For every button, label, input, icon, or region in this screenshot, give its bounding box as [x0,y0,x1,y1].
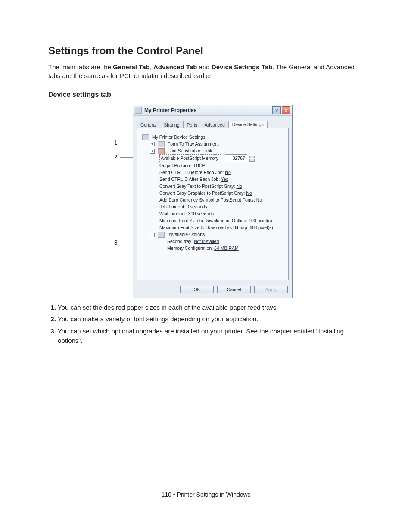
tab-general[interactable]: General [137,121,160,128]
min-font-value[interactable]: 100 pixel(s) [249,218,272,223]
ctrl-d-after-value[interactable]: Yes [221,177,228,182]
ok-button[interactable]: OK [180,286,214,293]
printer-properties-dialog: My Printer Properties ? × General Sharin… [133,105,293,298]
tray-icon [158,141,165,147]
step-2: You can make a variety of font settings … [58,314,364,324]
second-tray-label: Second tray: [167,239,194,244]
help-button[interactable]: ? [272,106,281,114]
gray-text-label: Convert Gray Text to PostScript Gray: [159,184,236,189]
tree-max-font-bitmap[interactable]: Maximum Font Size to Download as Bitmap:… [140,224,285,231]
tab-advanced[interactable]: Advanced [201,121,229,128]
tree-root-label: My Printer Device Settings [152,134,206,140]
font-sub-label: Font Substitution Table [168,148,214,153]
callout-3: 3 [114,239,118,246]
gray-text-value[interactable]: No [236,184,242,189]
gray-gfx-label: Convert Gray Graphics to PostScript Gray… [159,190,246,196]
page-footer: 110 • Printer Settings in Windows [48,488,364,498]
ps-memory-label: Available PostScript Memory: [159,154,221,162]
tree-memory-config[interactable]: Memory Configuration: 64 MB RAM [140,245,285,252]
dialog-titlebar[interactable]: My Printer Properties ? × [133,105,292,116]
min-font-label: Minimum Font Size to Download as Outline… [159,218,249,223]
max-font-label: Maximum Font Size to Download as Bitmap: [159,225,250,230]
tree-second-tray[interactable]: Second tray: Not Installed [140,238,285,245]
step-list: You can set the desired paper sizes in e… [48,303,364,345]
ctrl-d-before-value[interactable]: No [225,170,230,175]
tree-ctrl-d-before[interactable]: Send CTRL-D Before Each Job: No [140,169,285,176]
expand-icon[interactable]: + [150,149,155,154]
ps-memory-input[interactable]: 32767 [225,154,247,162]
tree-form-to-tray[interactable]: + Form To Tray Assignment [140,140,285,147]
euro-label: Add Euro Currency Symbol to PostScript F… [159,197,256,202]
job-timeout-value[interactable]: 0 seconds [187,204,207,209]
tree-ps-memory[interactable]: Available PostScript Memory: 32767 [140,154,285,162]
footer-page-number: 110 [161,491,171,498]
tree-job-timeout[interactable]: Job Timeout: 0 seconds [140,203,285,210]
tab-ports[interactable]: Ports [184,121,202,128]
second-tray-value[interactable]: Not Installed [194,239,219,244]
max-font-value[interactable]: 600 pixel(s) [250,225,273,230]
tab-device-settings[interactable]: Device Settings [229,121,268,128]
tree-installable-options[interactable]: − Installable Options [140,231,285,238]
ps-memory-spinner[interactable] [249,156,255,162]
footer-section: Printer Settings in Windows [177,491,250,498]
callout-2-label: 2 [114,153,118,160]
tree-root[interactable]: My Printer Device Settings [140,134,285,140]
subheading: Device settings tab [48,91,364,99]
callout-1-label: 1 [114,139,118,146]
tab-strip: General Sharing Ports Advanced Device Se… [133,116,292,128]
collapse-icon[interactable]: − [150,233,155,237]
callout-1: 1 [114,139,118,146]
tab-sharing[interactable]: Sharing [160,121,183,128]
font-table-icon [158,148,165,154]
gray-gfx-value[interactable]: No [246,190,252,196]
step-1: You can set the desired paper sizes in e… [58,303,364,312]
intro-sep1: , [150,63,153,71]
job-timeout-label: Job Timeout: [159,204,187,209]
tree-output-protocol[interactable]: Output Protocol: TBCP [140,162,285,169]
intro-paragraph: The main tabs are the General Tab, Advan… [48,63,364,81]
intro-prefix: The main tabs are the [48,63,113,71]
euro-value[interactable]: No [256,197,262,202]
intro-tab2: Advanced Tab [153,63,197,71]
tree-gray-text[interactable]: Convert Gray Text to PostScript Gray: No [140,183,285,190]
mem-cfg-label: Memory Configuration: [167,246,214,251]
dialog-title: My Printer Properties [144,107,196,113]
tree-min-font-outline[interactable]: Minimum Font Size to Download as Outline… [140,217,285,224]
intro-sep2: and [197,63,211,71]
ctrl-d-after-label: Send CTRL-D After Each Job: [159,177,221,182]
step-3: You can set which optional upgrades are … [58,327,364,345]
dialog-figure: 1 2 3 My Printer Properties ? × General … [48,105,364,293]
form-to-tray-label: Form To Tray Assignment [168,141,219,146]
printer-icon [135,107,142,114]
installable-label: Installable Options [168,232,205,237]
callout-3-label: 3 [114,239,118,246]
printer-tree-icon [142,134,149,140]
intro-tab3: Device Settings Tab [212,63,272,71]
wait-timeout-label: Wait Timeout: [159,211,188,216]
footer-rule [48,488,364,488]
ctrl-d-before-label: Send CTRL-D Before Each Job: [159,170,225,175]
dialog-button-row: OK Cancel Apply [133,284,292,298]
tree-wait-timeout[interactable]: Wait Timeout: 300 seconds [140,210,285,217]
tree-gray-graphics[interactable]: Convert Gray Graphics to PostScript Gray… [140,190,285,196]
settings-tree: My Printer Device Settings + Form To Tra… [140,134,285,252]
wait-timeout-value[interactable]: 300 seconds [188,211,214,216]
close-button[interactable]: × [282,106,290,114]
tree-euro-symbol[interactable]: Add Euro Currency Symbol to PostScript F… [140,196,285,203]
mem-cfg-value[interactable]: 64 MB RAM [214,246,239,251]
footer-bullet: • [171,491,177,498]
cancel-button[interactable]: Cancel [217,286,251,293]
tree-font-substitution[interactable]: + Font Substitution Table [140,147,285,154]
apply-button[interactable]: Apply [254,286,288,293]
page-heading: Settings from the Control Panel [48,45,364,57]
intro-tab1: General Tab [113,63,150,71]
tree-ctrl-d-after[interactable]: Send CTRL-D After Each Job: Yes [140,176,285,183]
installable-icon [158,232,165,238]
device-settings-panel: My Printer Device Settings + Form To Tra… [137,128,289,280]
output-protocol-value[interactable]: TBCP [193,163,206,168]
output-protocol-label: Output Protocol: [159,163,193,168]
callout-2: 2 [114,153,118,160]
expand-icon[interactable]: + [150,142,155,146]
